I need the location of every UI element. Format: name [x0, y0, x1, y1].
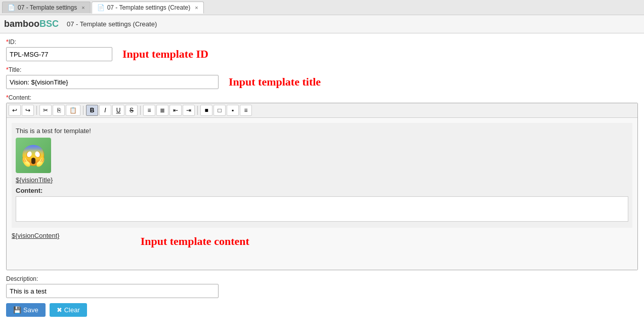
rte-container: ↩ ↪ ✂ ⎘ 📋 B I U S ≡ ≣ ⇤ ⇥ ■ □ ▪ ≡ [6, 103, 638, 270]
action-buttons: 💾 Save ✖ Clear [6, 303, 638, 317]
strikethrough-button[interactable]: S [125, 105, 138, 116]
page-title: 07 - Template settings (Create) [67, 20, 157, 28]
tab-icon-1: 📄 [8, 4, 15, 11]
content-field-row: *Content: ↩ ↪ ✂ ⎘ 📋 B I U S ≡ ≣ ⇤ ⇥ [6, 94, 638, 270]
content-label: *Content: [6, 94, 638, 101]
title-input[interactable] [6, 75, 219, 89]
clear-button[interactable]: ✖ Clear [50, 303, 87, 317]
tab-template-settings-create[interactable]: 📄 07 - Template settings (Create) × [92, 2, 204, 14]
align-left-button[interactable]: ■ [200, 105, 212, 116]
title-label: *Title: [6, 66, 638, 73]
paste-button[interactable]: 📋 [66, 105, 80, 116]
ul-button[interactable]: ≣ [156, 105, 168, 116]
title-annotation: Input template title [229, 75, 321, 89]
clear-icon: ✖ [57, 306, 62, 314]
align-right-button[interactable]: ▪ [227, 105, 239, 116]
content-inner-block: This is a test for template! 😱 ${visionT… [12, 123, 632, 228]
undo-button[interactable]: ↩ [9, 105, 21, 116]
avatar-emoji: 😱 [21, 144, 46, 168]
sep-1 [36, 106, 37, 115]
title-field-row: *Title: Input template title [6, 66, 638, 89]
cut-button[interactable]: ✂ [39, 105, 52, 116]
bold-button[interactable]: B [86, 105, 98, 116]
description-input[interactable] [6, 284, 219, 298]
content-section-label: Content: [16, 187, 628, 194]
sep-3 [140, 106, 141, 115]
id-annotation: Input template ID [122, 48, 208, 61]
title-inline: Input template title [6, 75, 638, 89]
content-intro-text: This is a test for template! [16, 127, 628, 135]
content-inner-box [16, 196, 628, 222]
copy-button[interactable]: ⎘ [53, 105, 65, 116]
content-annotation: Input template content [141, 235, 249, 248]
app-logo: bambooBSC [4, 19, 59, 29]
form-area: *ID: Input template ID *Title: Input tem… [0, 33, 644, 334]
save-icon: 💾 [13, 306, 21, 314]
italic-button[interactable]: I [99, 105, 111, 116]
vision-title-text: ${visionTitle} [16, 176, 628, 184]
sep-2 [83, 106, 83, 115]
tab-close-2[interactable]: × [195, 5, 198, 11]
tab-icon-2: 📄 [97, 4, 105, 11]
description-field-row: Description: [6, 275, 638, 298]
align-center-button[interactable]: □ [213, 105, 226, 116]
tab-label-1: 07 - Template settings [18, 4, 77, 11]
vision-content-placeholder: ${visionContent} [12, 232, 60, 239]
ol-button[interactable]: ≡ [143, 105, 155, 116]
indent-button[interactable]: ⇥ [183, 105, 195, 116]
tab-close-1[interactable]: × [81, 5, 84, 11]
app-toolbar: bambooBSC 07 - Template settings (Create… [0, 15, 644, 33]
save-button[interactable]: 💾 Save [6, 303, 46, 317]
avatar-image: 😱 [16, 138, 51, 173]
id-field-row: *ID: Input template ID [6, 38, 638, 61]
tab-label-2: 07 - Template settings (Create) [107, 4, 191, 11]
tab-template-settings[interactable]: 📄 07 - Template settings × [2, 2, 91, 13]
outdent-button[interactable]: ⇤ [169, 105, 182, 116]
description-label: Description: [6, 275, 638, 282]
rte-content-area[interactable]: This is a test for template! 😱 ${visionT… [7, 118, 637, 270]
logo-accent: BSC [39, 19, 59, 29]
sep-4 [197, 106, 198, 115]
tab-bar: 📄 07 - Template settings × 📄 07 - Templa… [0, 0, 644, 15]
underline-button[interactable]: U [112, 105, 124, 116]
clear-label: Clear [64, 306, 80, 314]
id-label: *ID: [6, 38, 638, 46]
redo-button[interactable]: ↪ [22, 105, 34, 116]
rte-toolbar: ↩ ↪ ✂ ⎘ 📋 B I U S ≡ ≣ ⇤ ⇥ ■ □ ▪ ≡ [7, 103, 637, 118]
id-input[interactable] [6, 47, 112, 61]
align-justify-button[interactable]: ≡ [240, 105, 252, 116]
save-label: Save [23, 306, 38, 314]
id-inline: Input template ID [6, 47, 638, 61]
